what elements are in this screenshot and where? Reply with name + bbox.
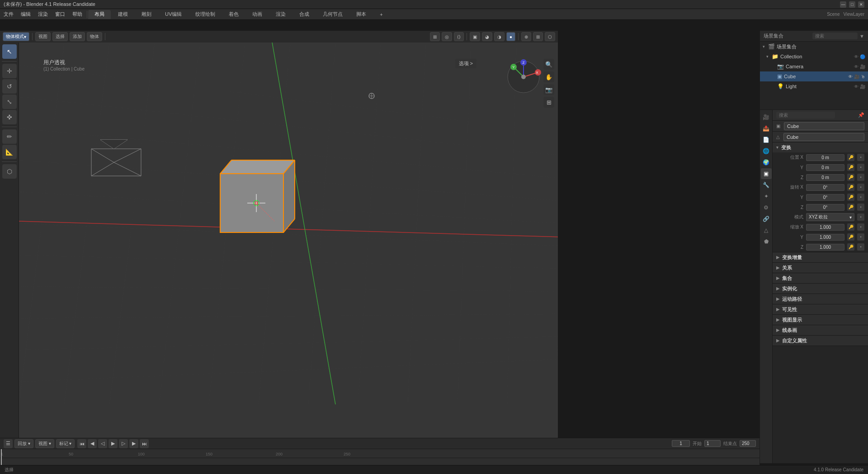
prop-tab-physics[interactable]: ⚙ (761, 202, 772, 213)
transform-tool[interactable]: ✜ (2, 110, 17, 124)
viewport-layout-button[interactable]: ⊞ (543, 97, 554, 108)
scale-y-driver-btn[interactable]: • (857, 233, 864, 241)
select-menu[interactable]: 选择 (52, 32, 68, 41)
position-y-keyframe-btn[interactable]: 🔑 (847, 164, 854, 171)
rotate-tool[interactable]: ↺ (2, 79, 17, 94)
outliner-item-light[interactable]: 💡 Light 👁 🎥 (760, 81, 868, 91)
jump-start-btn[interactable]: ⏮ (77, 439, 86, 448)
zoom-button[interactable]: 🔍 (543, 59, 554, 70)
ws-tab-layout[interactable]: 布局 (88, 10, 111, 19)
render-icon[interactable]: 🎥 (860, 64, 865, 69)
prop-pin-icon[interactable]: 📌 (858, 112, 864, 118)
transform-section-header[interactable]: ▾ 变换 (773, 142, 868, 152)
minimize-button[interactable]: — (840, 1, 846, 8)
select-options-button[interactable]: 选项 > (455, 59, 476, 68)
ws-tab-shading[interactable]: 着色 (222, 10, 245, 19)
render-icon[interactable]: 🎥 (860, 84, 865, 89)
scale-z-value[interactable]: 1.000 (806, 244, 844, 251)
scale-x-keyframe-btn[interactable]: 🔑 (847, 223, 854, 231)
position-x-keyframe-btn[interactable]: 🔑 (847, 154, 854, 161)
next-frame-btn[interactable]: ▶ (129, 439, 138, 448)
solid-shading[interactable]: ◕ (482, 32, 492, 41)
prop-tab-data[interactable]: △ (761, 225, 772, 236)
view-menu-tl[interactable]: 视图 ▾ (35, 439, 54, 448)
gizmo-toggle[interactable]: ⊕ (521, 32, 531, 41)
position-y-driver-btn[interactable]: • (857, 164, 864, 171)
rotation-x-driver-btn[interactable]: • (857, 184, 864, 191)
move-tool[interactable]: ✛ (2, 64, 17, 78)
mode-selector[interactable]: 物体模式 ▾ (3, 32, 29, 41)
menu-render[interactable]: 渲染 (34, 9, 52, 19)
wireframe-shading[interactable]: ▣ (470, 32, 480, 41)
prop-tab-constraints[interactable]: 🔗 (761, 213, 772, 224)
select-tool[interactable]: ↖ (2, 44, 17, 59)
overlay-toggle[interactable]: ⊞ (533, 32, 543, 41)
prev-frame-btn[interactable]: ◀ (88, 439, 97, 448)
position-z-value[interactable]: 0 m (806, 174, 844, 181)
ws-tab-animation[interactable]: 动画 (246, 10, 269, 19)
outliner-search-input[interactable] (812, 33, 858, 39)
position-z-driver-btn[interactable]: • (857, 174, 864, 181)
rotation-z-value[interactable]: 0° (806, 204, 844, 211)
maximize-button[interactable]: □ (849, 1, 855, 8)
3d-viewport[interactable]: 用户透视 (1) Collection | Cube 选项 > X Y Z (19, 43, 558, 463)
scale-z-keyframe-btn[interactable]: 🔑 (847, 243, 854, 251)
rendered-shading[interactable]: ● (506, 32, 515, 41)
prev-keyframe-btn[interactable]: ◁ (98, 439, 107, 448)
position-z-keyframe-btn[interactable]: 🔑 (847, 174, 854, 181)
close-button[interactable]: ✕ (858, 1, 864, 8)
data-name-input[interactable] (783, 133, 864, 141)
scale-y-value[interactable]: 1.000 (806, 234, 844, 241)
prop-tab-view-layer[interactable]: 📄 (761, 134, 772, 145)
line-art-header[interactable]: ▶ 线条画 (773, 325, 868, 335)
pan-button[interactable]: ✋ (543, 71, 554, 82)
navigation-gizmo[interactable]: X Y Z (505, 59, 542, 95)
ws-tab-geonodes[interactable]: 几何节点 (316, 10, 349, 19)
ws-tab-add[interactable]: + (373, 10, 389, 19)
frame-start-input[interactable] (704, 440, 721, 447)
camera-view-button[interactable]: 📷 (543, 84, 554, 95)
ws-tab-composite[interactable]: 合成 (293, 10, 316, 19)
visibility-header[interactable]: ▶ 可见性 (773, 304, 868, 314)
scale-x-driver-btn[interactable]: • (857, 223, 864, 231)
play-btn[interactable]: ▶ (108, 439, 118, 448)
object-menu[interactable]: 物体 (87, 32, 102, 41)
add-menu[interactable]: 添加 (70, 32, 85, 41)
rotation-z-driver-btn[interactable]: • (857, 204, 864, 211)
ws-tab-render2[interactable]: 渲染 (269, 10, 292, 19)
prop-tab-particles[interactable]: ✦ (761, 191, 772, 202)
viewport-display-header[interactable]: ▶ 视图显示 (773, 315, 868, 325)
ws-tab-texture[interactable]: 纹理绘制 (189, 10, 222, 19)
rotation-x-value[interactable]: 0° (806, 184, 844, 191)
cube-selected[interactable] (220, 160, 295, 232)
next-keyframe-btn[interactable]: ▷ (119, 439, 128, 448)
eye-icon[interactable]: 👁 (854, 64, 859, 69)
rotation-x-keyframe-btn[interactable]: 🔑 (847, 184, 854, 191)
global-local[interactable]: ⟨⟩ (454, 32, 464, 41)
position-x-driver-btn[interactable]: • (857, 154, 864, 161)
eye-icon[interactable]: 👁 (854, 84, 859, 89)
outliner-item-camera[interactable]: 📷 Camera 👁 🎥 (760, 62, 868, 71)
ws-tab-script[interactable]: 脚本 (350, 10, 373, 19)
menu-edit[interactable]: 编辑 (17, 9, 34, 19)
menu-file[interactable]: 文件 (0, 9, 17, 19)
prop-tab-scene[interactable]: 🌐 (761, 146, 772, 156)
outliner-filter-icon[interactable]: ▼ (859, 33, 864, 39)
markers-menu[interactable]: 标记 ▾ (56, 439, 75, 448)
measure-tool[interactable]: 📐 (2, 145, 17, 159)
frame-end-input[interactable] (740, 440, 756, 447)
outliner-item-collection[interactable]: ▾ 📁 Collection 👁 🔵 (760, 52, 868, 62)
relations-header[interactable]: ▶ 关系 (773, 263, 868, 273)
jump-end-btn[interactable]: ⏭ (140, 439, 149, 448)
prop-search-input[interactable] (776, 112, 835, 118)
current-frame-input[interactable] (672, 440, 690, 447)
rotation-y-driver-btn[interactable]: • (857, 194, 864, 201)
outliner-item-scene-collection[interactable]: ▾ 🎬 场景集合 (760, 42, 868, 52)
outliner-item-cube[interactable]: ▣ Cube 👁 🎥 🖱 (760, 71, 868, 81)
custom-props-header[interactable]: ▶ 自定义属性 (773, 336, 868, 346)
playback-menu[interactable]: 回放 ▾ (14, 439, 33, 448)
proportional-edit[interactable]: ◎ (442, 32, 452, 41)
scale-y-keyframe-btn[interactable]: 🔑 (847, 233, 854, 241)
position-x-value[interactable]: 0 m (806, 154, 844, 161)
object-name-input[interactable] (784, 122, 864, 130)
